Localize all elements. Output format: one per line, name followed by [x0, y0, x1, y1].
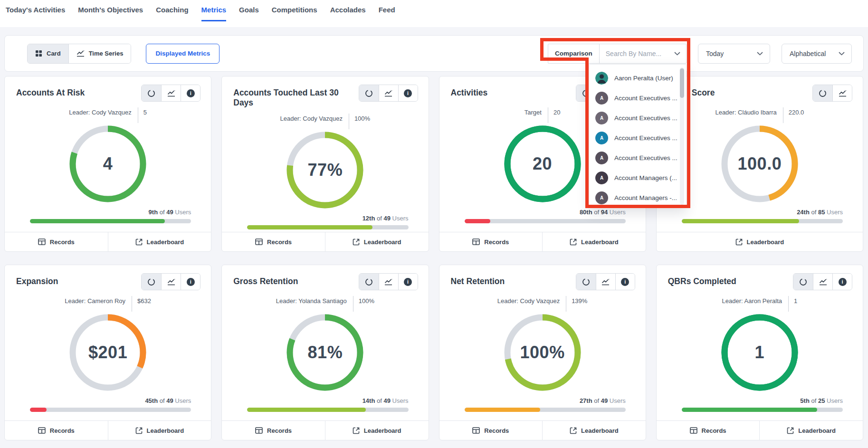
card-view-button[interactable]: Card [28, 44, 68, 63]
comparison-search-select[interactable]: Search By Name... [600, 44, 686, 63]
donut-icon [365, 278, 373, 286]
records-button[interactable]: Records [657, 421, 760, 440]
table-icon [472, 238, 480, 245]
time-series-view-button[interactable]: Time Series [68, 44, 131, 63]
nav-item-todays-activities[interactable]: Today's Activities [6, 6, 65, 20]
table-icon [38, 238, 46, 245]
leader-row: Leader: Aaron Peralta 1 [657, 297, 863, 307]
nav-item-feed[interactable]: Feed [379, 6, 395, 20]
leaderboard-button[interactable]: Leaderboard [657, 232, 863, 251]
dropdown-list-item[interactable]: A Account Executives ... [589, 108, 686, 128]
sort-filter-select[interactable]: Alphabetical [782, 44, 852, 64]
dropdown-list-item[interactable]: A Account Managers -... [589, 188, 686, 208]
metric-value: 100% [503, 313, 582, 392]
comparison-control-wrap: Comparison Search By Name... Aaron Peral… [548, 44, 687, 64]
donut-view-button[interactable] [359, 85, 379, 101]
time-series-view-button[interactable] [161, 274, 181, 290]
time-series-view-button[interactable] [379, 85, 398, 101]
rank-progress-bar [682, 408, 843, 412]
records-button[interactable]: Records [222, 232, 325, 251]
rank-row: 24th of 85 Users [657, 209, 863, 216]
nav-item-goals[interactable]: Goals [239, 6, 259, 20]
time-series-view-label: Time Series [89, 50, 124, 57]
leader-divider [566, 296, 566, 312]
info-button[interactable]: i [181, 274, 200, 290]
metric-value: 4 [68, 124, 147, 203]
line-chart-icon [167, 278, 175, 286]
line-chart-icon [819, 278, 827, 286]
nav-item-competitions[interactable]: Competitions [272, 6, 317, 20]
info-button[interactable]: i [832, 274, 852, 290]
leader-label: Leader: Cody Vazquez [280, 115, 343, 122]
records-button[interactable]: Records [5, 232, 108, 251]
rank-progress-fill [30, 219, 165, 223]
dropdown-list-item[interactable]: A Account Executives ... [589, 88, 686, 108]
info-button[interactable]: i [615, 274, 635, 290]
rank-total: 49 [601, 397, 608, 404]
avatar: A [595, 172, 608, 184]
info-button[interactable]: i [398, 85, 418, 101]
nav-item-accolades[interactable]: Accolades [330, 6, 366, 20]
dropdown-list-item[interactable]: A Account Executives ... [589, 148, 686, 168]
records-button[interactable]: Records [439, 421, 543, 440]
info-button[interactable]: i [181, 85, 200, 101]
records-button[interactable]: Records [222, 421, 325, 440]
leader-value: 100% [359, 297, 374, 305]
records-button[interactable]: Records [5, 421, 108, 440]
info-icon: i [187, 89, 195, 97]
dropdown-list-item[interactable]: Aaron Peralta (User) [589, 68, 686, 88]
metric-card: Score Leader: Cláudio Ibarra 220.0 [656, 76, 863, 252]
donut-icon [819, 89, 827, 97]
nav-item-metrics[interactable]: Metrics [201, 6, 227, 21]
leader-divider [138, 107, 138, 123]
donut-view-button[interactable] [793, 274, 813, 290]
donut-view-button[interactable] [813, 85, 832, 101]
avatar-letter: A [600, 95, 603, 101]
nav-item-months-objectives[interactable]: Month's Objectives [78, 6, 143, 20]
leader-label: Leader: Yolanda Santiago [276, 297, 347, 305]
rank-position: 5th [800, 397, 810, 404]
leader-label: Leader: Cody Vazquez [69, 109, 131, 116]
donut-chart: 100% [503, 313, 582, 392]
rank-total: 49 [166, 209, 173, 216]
metric-value: 77% [286, 131, 364, 210]
dropdown-list-item[interactable]: A Account Executives ... [589, 128, 686, 148]
leaderboard-label: Leaderboard [147, 238, 184, 246]
time-series-view-button[interactable] [813, 274, 832, 290]
leaderboard-button[interactable]: Leaderboard [542, 232, 646, 251]
dropdown-scrollbar[interactable] [680, 67, 684, 205]
dropdown-list-item[interactable]: A Account Managers (... [589, 168, 686, 188]
donut-icon [799, 278, 807, 286]
donut-view-button[interactable] [359, 274, 379, 290]
leaderboard-button[interactable]: Leaderboard [108, 421, 211, 440]
records-button[interactable]: Records [439, 232, 543, 251]
time-series-view-button[interactable] [161, 85, 181, 101]
leaderboard-button[interactable]: Leaderboard [542, 421, 646, 440]
metrics-toolbar: Card Time Series Displayed Metrics Compa… [4, 35, 864, 72]
card-footer: Records Leaderboard [439, 420, 646, 440]
leaderboard-button[interactable]: Leaderboard [325, 232, 429, 251]
displayed-metrics-button[interactable]: Displayed Metrics [146, 44, 219, 64]
donut-view-button[interactable] [576, 274, 596, 290]
leader-divider [353, 296, 353, 312]
dropdown-item-label: Account Managers (... [614, 174, 677, 181]
time-series-view-button[interactable] [832, 85, 852, 101]
dropdown-item-label: Account Executives ... [614, 154, 677, 162]
leaderboard-button[interactable]: Leaderboard [325, 421, 429, 440]
leaderboard-button[interactable]: Leaderboard [108, 232, 211, 251]
comparison-label: Comparison [548, 44, 600, 63]
date-filter-select[interactable]: Today [698, 44, 770, 64]
metric-value: 20 [503, 124, 582, 203]
nav-item-coaching[interactable]: Coaching [156, 6, 188, 20]
donut-view-button[interactable] [142, 85, 161, 101]
info-button[interactable]: i [398, 274, 418, 290]
donut-view-button[interactable] [142, 274, 161, 290]
dropdown-scrollbar-thumb[interactable] [680, 68, 684, 98]
rank-of-label: of [594, 397, 601, 404]
card-view-icons [812, 85, 852, 102]
time-series-view-button[interactable] [596, 274, 615, 290]
metric-card: Accounts Touched Last 30 Days i Lea [221, 76, 429, 252]
leaderboard-button[interactable]: Leaderboard [759, 421, 863, 440]
time-series-view-button[interactable] [379, 274, 398, 290]
leaderboard-label: Leaderboard [581, 427, 619, 434]
